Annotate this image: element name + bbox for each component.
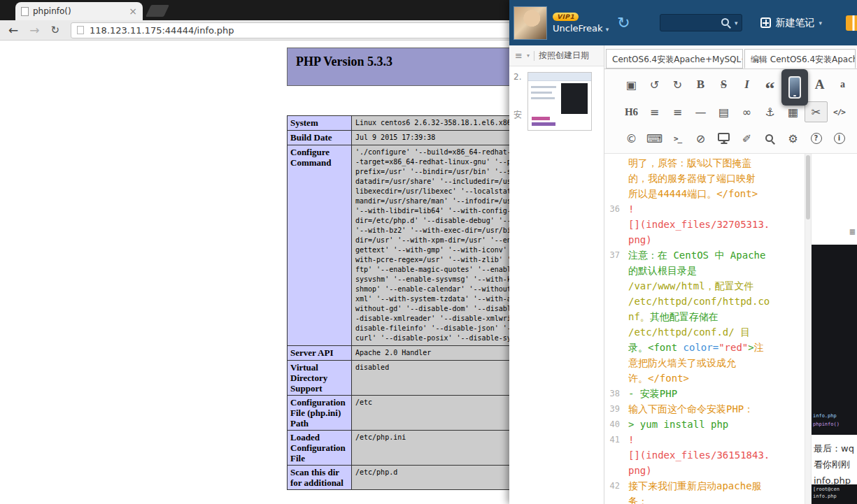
editor-lines[interactable]: 明了，原答：版%以下图掩盖的，我的服务器做了端口映射所以是44444端口。</f… (604, 154, 805, 504)
editor-line[interactable]: 39输入下面这个命令安装PHP： (604, 401, 805, 417)
settings-icon[interactable]: ⚙ (781, 125, 805, 152)
keyboard-icon[interactable]: ⌨ (643, 125, 666, 152)
redo-icon[interactable]: ↻ (666, 71, 689, 99)
heading-icon: H6 (625, 106, 638, 118)
anchor-icon[interactable]: ⚓ (758, 99, 781, 125)
bullet-list-icon[interactable]: ≡ (643, 99, 666, 125)
info-icon[interactable]: i (828, 125, 851, 152)
cut-icon: ✂ (812, 106, 821, 119)
user-menu[interactable]: VIP1 UncleFreak ▾ (553, 13, 609, 34)
search-icon (721, 17, 731, 28)
back-icon[interactable]: ← (8, 24, 18, 36)
numbered-list-icon[interactable]: ≡ (666, 99, 689, 125)
line-number (604, 155, 625, 171)
strikethrough-icon: S (721, 78, 727, 91)
line-text: 所以是44444端口。</font> (628, 186, 758, 201)
strikethrough-icon[interactable]: S (712, 71, 735, 99)
forward-icon[interactable]: → (29, 24, 39, 36)
chevron-down-icon[interactable]: ▾ (735, 20, 738, 27)
editor-line[interactable]: /var/www/html，配置文件 (604, 278, 805, 294)
editor-line[interactable]: 41! (604, 432, 805, 447)
copyright-icon[interactable]: © (620, 125, 643, 152)
avatar[interactable] (514, 6, 547, 40)
search-icon[interactable] (758, 125, 781, 152)
monitor-icon[interactable] (712, 125, 735, 152)
line-text: 许。</font> (628, 370, 689, 386)
editor-line[interactable]: 36! (604, 201, 805, 217)
chevron-down-icon[interactable]: ▾ (527, 52, 530, 59)
editor-line[interactable]: 许。</font> (604, 370, 805, 386)
scrollbar-thumb[interactable] (806, 155, 810, 219)
bold-icon[interactable]: B (689, 71, 712, 99)
notes-body: ≡ ▾ 按照创建日期 2. 安 (509, 45, 857, 504)
cut-icon[interactable]: ✂ (805, 101, 828, 122)
list-view-icon[interactable]: ≡ (515, 50, 523, 61)
editor-line[interactable]: 务： (604, 494, 805, 504)
editor-line[interactable]: png) (604, 232, 805, 247)
browser-tab[interactable]: phpinfo() × (15, 2, 143, 20)
font-size-small-icon[interactable]: a (831, 71, 854, 99)
editor-scrollbar[interactable] (805, 154, 811, 504)
quote-icon[interactable]: “ (758, 71, 781, 99)
save-icon[interactable]: ▣ (620, 71, 643, 99)
paste-icon[interactable]: ▤ (712, 99, 735, 125)
gift-icon[interactable] (846, 15, 857, 31)
new-tab-button[interactable] (146, 5, 169, 17)
reload-icon[interactable]: ↻ (51, 24, 60, 36)
tab-close-icon[interactable]: × (129, 6, 137, 16)
undo-icon[interactable]: ↺ (643, 71, 666, 99)
editor-line[interactable]: 37注意：在 CentOS 中 Apache (604, 247, 805, 263)
quote-icon: “ (765, 85, 775, 93)
line-text: png) (628, 463, 652, 478)
editor-line[interactable]: nf。其他配置存储在 (604, 309, 805, 324)
clean-format-icon[interactable]: ✐ (735, 125, 758, 152)
help-icon[interactable]: ? (805, 125, 828, 152)
notes-header: VIP1 UncleFreak ▾ ↻ ▾ 新建笔记 ▾ (509, 0, 857, 45)
preview-image[interactable]: info.php phpinfo() (812, 245, 857, 435)
font-size-large-icon[interactable]: A (808, 71, 831, 99)
phone-preview-icon[interactable] (781, 69, 808, 106)
editor-line[interactable]: [](index_files/32705313. (604, 217, 805, 232)
line-text: 接下来我们重新启动apache服 (628, 478, 762, 494)
note-list-item[interactable]: 2. 安 (509, 66, 604, 136)
code-icon[interactable]: </> (828, 99, 851, 125)
note-tab[interactable]: CentOS6.4安装Apache+MySQL+... (606, 49, 743, 69)
terminal-icon[interactable]: >_ (666, 125, 689, 152)
sort-order-label[interactable]: 按照创建日期 (539, 50, 589, 62)
keyboard-icon: ⌨ (646, 132, 663, 145)
editor-line[interactable]: 的默认根目录是 (604, 263, 805, 278)
link-icon[interactable]: ∞ (735, 99, 758, 125)
preview-image[interactable]: [root@cen info.php (812, 484, 857, 504)
italic-icon[interactable]: I (735, 71, 758, 99)
editor-line[interactable]: png) (604, 463, 805, 478)
editor-line[interactable]: 42接下来我们重新启动apache服 (604, 478, 805, 494)
heading-icon[interactable]: H6 (620, 99, 643, 125)
editor-line[interactable]: 明了，原答：版%以下图掩盖 (604, 155, 805, 171)
editor-line[interactable]: 所以是44444端口。</font> (604, 186, 805, 201)
line-number: 41 (604, 432, 625, 447)
new-note-button[interactable]: 新建笔记 ▾ (760, 17, 822, 29)
editor-line[interactable]: 录。<font color="red">注 (604, 340, 805, 355)
line-text: 的，我的服务器做了端口映射 (628, 171, 756, 186)
line-number: 42 (604, 478, 625, 494)
chevron-down-icon[interactable]: ▾ (819, 20, 822, 27)
editor-line[interactable]: /etc/httpd/conf.d/ 目 (604, 324, 805, 340)
search-box[interactable]: ▾ (660, 14, 742, 31)
line-text: [](index_files/36151843. (628, 447, 770, 463)
phone-preview-icon (788, 76, 801, 99)
editor-line[interactable]: /etc/httpd/conf/httpd.co (604, 294, 805, 309)
editor-line[interactable]: 意把防火墙关了或设成允 (604, 355, 805, 370)
note-tab-edit[interactable]: 编辑 CentOS6.4安装Apache+MySQL... (744, 49, 856, 69)
editor-toolbar-row: H6≡≡—▤∞⚓▦✂</> (620, 99, 854, 125)
editor-line[interactable]: 38- 安装PHP (604, 386, 805, 401)
editor-line[interactable]: [](index_files/36151843. (604, 447, 805, 463)
line-number (604, 447, 625, 463)
grid-icon[interactable]: ▦ (850, 224, 855, 239)
editor-line[interactable]: 40> yum install php (604, 417, 805, 432)
php-version-title: PHP Version 5.3.3 (296, 55, 392, 69)
horizontal-rule-icon[interactable]: — (689, 99, 712, 125)
editor-line[interactable]: 的，我的服务器做了端口映射 (604, 171, 805, 186)
hide-preview-icon[interactable]: ⊘ (689, 125, 712, 152)
sync-icon[interactable]: ↻ (617, 15, 630, 31)
search-input[interactable] (665, 18, 716, 28)
